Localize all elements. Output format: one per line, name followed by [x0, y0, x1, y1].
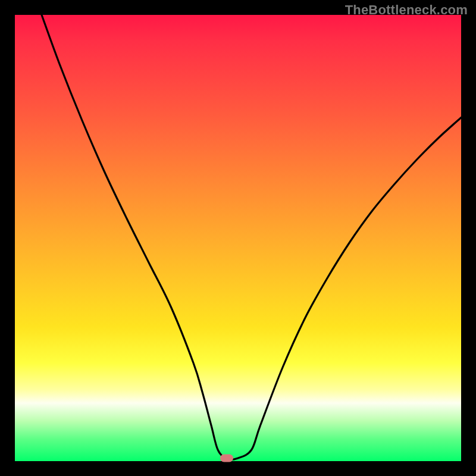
optimum-marker — [220, 455, 233, 462]
chart-frame: TheBottleneck.com — [0, 0, 476, 476]
bottleneck-curve — [42, 15, 461, 460]
watermark-text: TheBottleneck.com — [345, 2, 468, 18]
plot-area — [15, 15, 461, 461]
curve-svg — [15, 15, 461, 461]
